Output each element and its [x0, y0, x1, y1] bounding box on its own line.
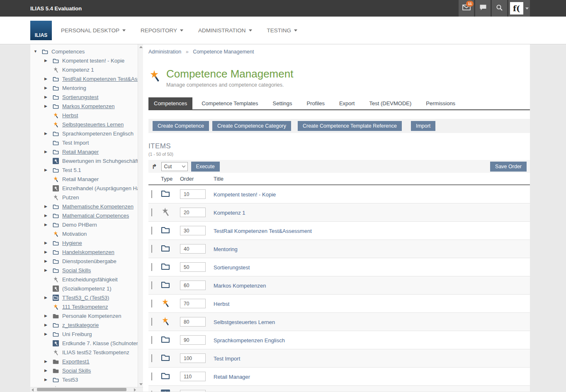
- tree-expand-arrow[interactable]: ▶: [44, 314, 52, 318]
- tree-item-label[interactable]: Demo PHBern: [62, 222, 97, 228]
- tree-item-label[interactable]: Dienstpostenübergabe: [62, 258, 117, 264]
- order-input[interactable]: [180, 372, 206, 381]
- item-title-link[interactable]: Test Import: [214, 356, 240, 362]
- item-title-link[interactable]: Kompetent testen! - Kopie: [214, 191, 276, 198]
- order-input[interactable]: [180, 208, 206, 217]
- tab[interactable]: Competences: [148, 97, 192, 109]
- tree-expand-arrow[interactable]: ▶: [44, 259, 52, 263]
- order-input[interactable]: [180, 244, 206, 254]
- tree-item-label[interactable]: Motivation: [62, 231, 87, 237]
- order-input[interactable]: [180, 353, 206, 363]
- tree-expand-arrow[interactable]: ▶: [44, 95, 52, 99]
- tree-expand-arrow[interactable]: ▶: [44, 150, 52, 154]
- tree-expand-arrow[interactable]: ▶: [44, 368, 52, 373]
- search-button[interactable]: [492, 0, 507, 17]
- tree-item-label[interactable]: Handelskompetenzen: [62, 249, 114, 255]
- row-checkbox[interactable]: [151, 190, 152, 198]
- row-checkbox[interactable]: [151, 208, 152, 216]
- tree-expand-arrow[interactable]: ▶: [44, 332, 52, 336]
- tree-item-label[interactable]: Sortierungstest: [62, 94, 98, 100]
- row-checkbox[interactable]: [151, 336, 152, 344]
- item-title-link[interactable]: Markos Kompetenzen: [214, 283, 266, 289]
- tree-expand-arrow[interactable]: ▶: [44, 104, 52, 108]
- order-input[interactable]: [180, 262, 206, 272]
- execute-button[interactable]: Execute: [191, 162, 220, 172]
- tree-expand-arrow[interactable]: ▶: [44, 213, 52, 218]
- tree-vertical-scrollbar[interactable]: [138, 44, 143, 387]
- tree-item-label[interactable]: Bewertungen im Schuhgeschäft (): [62, 158, 143, 164]
- tree-item-label[interactable]: TestRail Kompetenzen Test&Assessment: [62, 76, 143, 82]
- tree-expand-arrow[interactable]: ▶: [44, 241, 52, 245]
- tree-item-label[interactable]: Markos Kompetenzen: [62, 103, 114, 109]
- tab[interactable]: Profiles: [301, 97, 330, 109]
- breadcrumb-administration[interactable]: Administration: [148, 49, 181, 55]
- tree-item-label[interactable]: Entscheidungsfähigkeit: [62, 276, 118, 283]
- tree-item-label[interactable]: Mentoring: [62, 85, 86, 91]
- tree-expand-arrow[interactable]: ▶: [44, 250, 52, 254]
- tree-item-label[interactable]: Einzelhandel (Ausprägungen Hand: [62, 185, 143, 191]
- order-input[interactable]: [180, 335, 206, 345]
- action-button[interactable]: Create Competence Category: [212, 121, 291, 131]
- tree-item-label[interactable]: Sprachkompetenzen Englisch: [62, 131, 134, 137]
- tree-item-label[interactable]: TTest53_C (Test53): [62, 295, 109, 301]
- row-checkbox[interactable]: [151, 318, 152, 326]
- scroll-down-icon[interactable]: [139, 383, 143, 385]
- row-checkbox[interactable]: [151, 391, 152, 392]
- row-checkbox[interactable]: [151, 263, 152, 271]
- scroll-right-icon[interactable]: [134, 388, 136, 392]
- tree-item-label[interactable]: z_testkategorie: [62, 322, 99, 328]
- tree-item-label[interactable]: Test53: [62, 377, 78, 383]
- item-title-link[interactable]: TestRail Kompetenzen Test&Assessment: [214, 228, 312, 234]
- bulk-action-select[interactable]: Cut: [161, 162, 188, 171]
- row-checkbox[interactable]: [151, 245, 152, 253]
- item-title-link[interactable]: Herbst: [214, 301, 229, 307]
- tree-expand-arrow[interactable]: ▶: [44, 77, 52, 81]
- tree-item-label[interactable]: Retail Manager: [62, 149, 99, 155]
- row-checkbox[interactable]: [151, 227, 152, 235]
- tree-expand-arrow[interactable]: ▶: [44, 295, 52, 300]
- tree-item-label[interactable]: Hygiene: [62, 240, 82, 246]
- tree-expand-arrow[interactable]: ▶: [44, 323, 52, 327]
- tree-item-label[interactable]: (Sozialkompetenz 1): [62, 286, 112, 292]
- tree-item-label[interactable]: 111 Testkompetenz: [62, 304, 108, 310]
- order-input[interactable]: [180, 299, 206, 308]
- tree-item-label[interactable]: Herbst: [62, 112, 78, 119]
- menu-item[interactable]: ADMINISTRATION: [198, 27, 252, 34]
- item-title-link[interactable]: Selbstgesteuertes Lernen: [214, 319, 275, 325]
- tree-item-label[interactable]: Kompetenz 1: [62, 67, 94, 73]
- item-title-link[interactable]: Kompetenz 1: [214, 210, 245, 216]
- scroll-left-icon[interactable]: [32, 388, 34, 392]
- select-all-arrow-icon[interactable]: ↱: [152, 163, 157, 169]
- tab[interactable]: Settings: [267, 97, 298, 109]
- tree-item-label[interactable]: Personale Kompetenzen: [62, 313, 121, 319]
- row-checkbox[interactable]: [151, 354, 152, 362]
- scrollbar-thumb[interactable]: [37, 388, 126, 391]
- row-checkbox[interactable]: [151, 373, 152, 380]
- action-button[interactable]: Create Competence: [153, 121, 209, 131]
- row-checkbox[interactable]: [151, 281, 152, 289]
- tree-expand-arrow[interactable]: ▶: [44, 223, 52, 227]
- item-title-link[interactable]: Mentoring: [214, 246, 238, 252]
- tree-item-label[interactable]: Kompetent testen! - Kopie: [62, 58, 124, 64]
- tree-item-label[interactable]: Retail Manager: [62, 176, 99, 182]
- tree-item-label[interactable]: ILIAS test52 Testkompetenz: [62, 349, 129, 356]
- save-order-button[interactable]: Save Order: [490, 162, 527, 172]
- tree-expand-arrow[interactable]: ▶: [44, 377, 52, 382]
- tree-expand-arrow[interactable]: ▶: [44, 268, 52, 272]
- item-title-link[interactable]: Retail Manager: [214, 374, 250, 380]
- action-button[interactable]: Create Competence Template Reference: [298, 121, 402, 131]
- menu-item[interactable]: TESTING: [267, 27, 298, 34]
- menu-item[interactable]: REPOSITORY: [141, 27, 183, 34]
- tree-expand-arrow[interactable]: ▼: [34, 49, 41, 53]
- tree-expand-arrow[interactable]: ▶: [44, 86, 52, 90]
- row-checkbox[interactable]: [151, 300, 152, 307]
- mail-button[interactable]: 11: [459, 0, 474, 17]
- tab[interactable]: Competence Templates: [196, 97, 263, 109]
- ilias-logo[interactable]: ILIAS: [30, 21, 52, 40]
- order-input[interactable]: [180, 189, 206, 199]
- action-button[interactable]: Import: [411, 121, 435, 131]
- tree-item-label[interactable]: Social Skills: [62, 368, 91, 374]
- tree-expand-arrow[interactable]: ▶: [44, 168, 52, 172]
- order-input[interactable]: [180, 390, 206, 392]
- tree-item-label[interactable]: Mathematische Kompetenzen: [62, 203, 134, 210]
